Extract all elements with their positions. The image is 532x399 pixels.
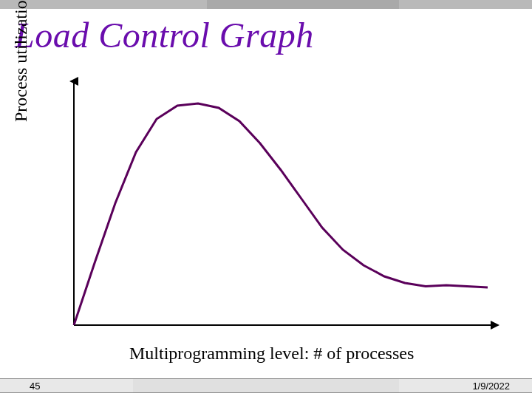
topbar-segment	[207, 0, 399, 9]
x-axis-label: Multiprogramming level: # of processes	[129, 344, 414, 364]
page-number: 45	[30, 381, 40, 392]
topbar-segment	[0, 0, 207, 9]
y-axis-label: Process utilization	[11, 0, 31, 122]
slide-title: Load Control Graph	[15, 15, 314, 55]
topbar-segment	[399, 0, 532, 9]
footer-bar: 45 1/9/2022	[0, 377, 532, 399]
utilization-curve	[74, 103, 488, 325]
footer-segment	[133, 378, 399, 393]
slide-root: Load Control Graph Process utilization M…	[0, 0, 532, 399]
chart-plot	[44, 74, 502, 340]
slide-date: 1/9/2022	[472, 381, 510, 392]
footer-segment	[0, 378, 133, 393]
footer-segment	[399, 378, 532, 393]
top-decorative-bar	[0, 0, 532, 13]
